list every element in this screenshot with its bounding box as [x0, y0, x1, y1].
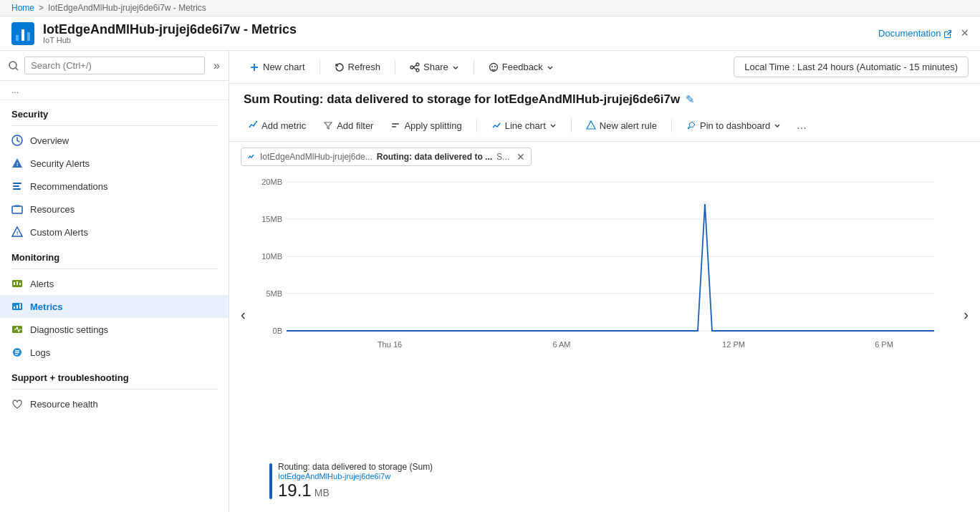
monitoring-section-title: Monitoring: [0, 243, 229, 266]
close-button[interactable]: ×: [961, 26, 969, 41]
share-button[interactable]: Share: [401, 57, 468, 77]
recommendations-icon: [11, 180, 23, 192]
svg-text:12 PM: 12 PM: [722, 340, 745, 349]
search-input[interactable]: [24, 57, 205, 74]
svg-rect-21: [19, 304, 21, 309]
sidebar-item-logs[interactable]: Logs: [0, 341, 229, 364]
chart-svg-area: ‹ › 20MB 15MB 10MB 5MB 0B Thu 16: [241, 172, 969, 456]
metric-tag: IotEdgeAndMlHub-jrujej6de... Routing: da…: [241, 148, 532, 166]
resource-health-icon: [11, 398, 23, 410]
logs-icon: [11, 347, 23, 358]
diagnostic-icon: [11, 324, 23, 335]
share-dropdown-icon: [452, 64, 459, 71]
time-range-button[interactable]: Local Time : Last 24 hours (Automatic - …: [734, 57, 969, 77]
sidebar-item-alerts[interactable]: Alerts: [0, 272, 229, 295]
metric-tag-close-button[interactable]: ✕: [517, 151, 525, 163]
svg-text:!: !: [16, 162, 18, 167]
add-filter-button[interactable]: Add filter: [316, 117, 380, 135]
share-icon: [410, 62, 420, 72]
sidebar-item-recommendations[interactable]: Recommendations: [0, 175, 229, 198]
search-icon: [9, 61, 19, 71]
external-link-icon: [943, 29, 952, 38]
sidebar-item-custom-alerts[interactable]: ! Custom Alerts: [0, 221, 229, 243]
svg-rect-25: [15, 352, 19, 354]
legend-value: 19.1 MB: [278, 480, 433, 501]
add-filter-icon: [323, 120, 333, 130]
feedback-button[interactable]: Feedback: [480, 57, 562, 77]
svg-text:6 PM: 6 PM: [875, 340, 893, 349]
chart-nav-left[interactable]: ‹: [241, 306, 246, 322]
sidebar-item-security-alerts[interactable]: ! Security Alerts: [0, 152, 229, 175]
app-icon: [11, 22, 34, 45]
sidebar-collapse-btn[interactable]: »: [213, 59, 220, 72]
sidebar-item-diagnostic[interactable]: Diagnostic settings: [0, 318, 229, 341]
svg-line-5: [16, 68, 18, 70]
chart-legend: Routing: data delivered to storage (Sum)…: [241, 456, 969, 506]
sidebar-scrolled-item: ...: [0, 81, 229, 100]
svg-point-31: [410, 66, 413, 69]
legend-color-bar: [269, 463, 272, 499]
metric-tag-resource: IotEdgeAndMlHub-jrujej6de...: [260, 152, 373, 162]
custom-alerts-icon: !: [11, 226, 23, 238]
sidebar-item-overview[interactable]: Overview: [0, 129, 229, 152]
toolbar-sep-2: [395, 60, 395, 74]
security-divider: [11, 125, 217, 126]
chart-container: ‹ › 20MB 15MB 10MB 5MB 0B Thu 16: [229, 172, 980, 512]
feedback-dropdown-icon: [547, 64, 554, 71]
action-sep-1: [476, 118, 477, 132]
sidebar-item-resource-health[interactable]: Resource health: [0, 392, 229, 415]
svg-point-30: [416, 69, 419, 72]
metric-tags-area: IotEdgeAndMlHub-jrujej6de... Routing: da…: [229, 142, 980, 172]
splitting-icon: [390, 120, 400, 130]
svg-text:!: !: [590, 125, 592, 129]
sidebar-item-metrics[interactable]: Metrics: [0, 295, 229, 318]
documentation-link[interactable]: Documentation: [878, 28, 952, 39]
action-sep-3: [671, 118, 672, 132]
toolbar-sep-3: [474, 60, 474, 74]
edit-chart-title-icon[interactable]: ✎: [686, 93, 695, 106]
legend-text: Routing: data delivered to storage (Sum)…: [278, 462, 433, 501]
svg-line-33: [413, 67, 416, 69]
add-metric-icon: [248, 120, 258, 130]
security-alerts-label: Security Alerts: [30, 158, 90, 169]
svg-point-4: [9, 62, 16, 69]
alerts-icon: [11, 278, 23, 289]
sidebar-item-resources[interactable]: Resources: [0, 198, 229, 221]
svg-rect-26: [15, 354, 18, 355]
resources-icon: [11, 203, 23, 215]
chart-header: Sum Routing: data delivered to storage f…: [229, 84, 980, 112]
support-section-title: Support + troubleshooting: [0, 364, 229, 386]
svg-rect-16: [16, 281, 18, 285]
svg-rect-20: [16, 305, 18, 309]
action-sep-2: [571, 118, 572, 132]
svg-text:20MB: 20MB: [261, 178, 282, 186]
apply-splitting-button[interactable]: Apply splitting: [383, 117, 469, 135]
alerts-label: Alerts: [30, 279, 54, 289]
legend-unit: MB: [314, 487, 330, 498]
new-chart-button[interactable]: New chart: [241, 57, 314, 77]
header-right: Documentation ×: [878, 26, 969, 41]
add-metric-button[interactable]: Add metric: [241, 117, 313, 135]
svg-text:15MB: 15MB: [261, 215, 282, 223]
svg-text:5MB: 5MB: [266, 289, 282, 298]
svg-point-29: [416, 63, 419, 66]
overview-icon: [11, 135, 23, 146]
breadcrumb-current: IotEdgeAndMlHub-jrujej6de6i7w - Metrics: [48, 3, 206, 13]
pin-to-dashboard-button[interactable]: Pin to dashboard: [679, 117, 788, 135]
chart-nav-right[interactable]: ›: [964, 306, 969, 322]
breadcrumb-home[interactable]: Home: [11, 3, 34, 13]
refresh-button[interactable]: Refresh: [326, 57, 390, 77]
resource-health-label: Resource health: [30, 399, 98, 410]
metrics-label: Metrics: [30, 301, 63, 312]
svg-text:Thu 16: Thu 16: [378, 340, 402, 349]
content-toolbar: New chart Refresh Share Feedback Local T…: [229, 51, 980, 84]
more-actions-button[interactable]: ...: [791, 115, 812, 135]
line-chart-button[interactable]: Line chart: [484, 117, 564, 135]
toolbar-sep-1: [320, 60, 320, 74]
svg-rect-8: [13, 183, 21, 184]
svg-rect-24: [15, 350, 19, 352]
svg-text:6 AM: 6 AM: [552, 340, 570, 349]
support-divider: [11, 389, 217, 390]
svg-rect-10: [13, 188, 21, 190]
new-alert-rule-button[interactable]: ! New alert rule: [579, 117, 664, 135]
